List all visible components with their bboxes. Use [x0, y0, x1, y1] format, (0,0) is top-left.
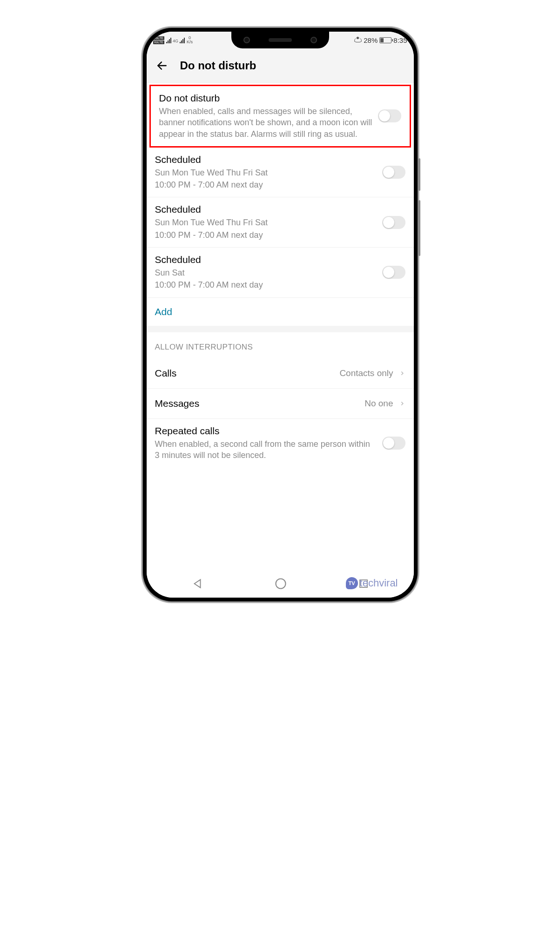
battery-percent: 28%: [364, 36, 378, 44]
scheduled-row[interactable]: Scheduled Sun Mon Tue Wed Thu Fri Sat 10…: [147, 148, 414, 198]
dnd-toggle[interactable]: [378, 109, 401, 122]
scheduled-toggle[interactable]: [382, 216, 405, 229]
settings-content: Do not disturb When enabled, calls and m…: [147, 83, 414, 570]
svg-marker-1: [194, 579, 200, 587]
back-arrow-icon: [156, 60, 168, 72]
dnd-description: When enabled, calls and messages will be…: [159, 106, 372, 140]
interruptions-header: ALLOW INTERRUPTIONS: [147, 332, 414, 358]
front-camera: [310, 37, 317, 43]
watermark-text: techviral: [360, 577, 398, 589]
phone-screen: VoLTE VoLTE 4G 0 K/s 28% 8:35: [147, 32, 414, 598]
scheduled-row[interactable]: Scheduled Sun Mon Tue Wed Thu Fri Sat 10…: [147, 197, 414, 248]
status-right: 28% 8:35: [354, 36, 407, 44]
eye-comfort-icon: [354, 38, 362, 42]
scheduled-toggle[interactable]: [382, 166, 405, 179]
display-notch: [231, 32, 329, 48]
scheduled-days: Sun Mon Tue Wed Thu Fri Sat: [155, 217, 377, 228]
calls-value: Contacts only: [339, 368, 393, 378]
section-divider: [147, 326, 414, 332]
scheduled-time: 10:00 PM - 7:00 AM next day: [155, 179, 377, 190]
dnd-title: Do not disturb: [159, 93, 372, 104]
scheduled-days: Sun Mon Tue Wed Thu Fri Sat: [155, 167, 377, 178]
nav-back-icon[interactable]: [191, 578, 203, 590]
scheduled-time: 10:00 PM - 7:00 AM next day: [155, 279, 377, 290]
messages-value: No one: [364, 398, 393, 409]
repeated-description: When enabled, a second call from the sam…: [155, 438, 377, 461]
side-button: [418, 200, 420, 256]
clock: 8:35: [393, 36, 407, 44]
highlight-annotation: Do not disturb When enabled, calls and m…: [149, 85, 411, 148]
scheduled-title: Scheduled: [155, 204, 377, 215]
scheduled-row[interactable]: Scheduled Sun Sat 10:00 PM - 7:00 AM nex…: [147, 248, 414, 298]
scheduled-time: 10:00 PM - 7:00 AM next day: [155, 229, 377, 241]
back-button[interactable]: [155, 59, 169, 73]
page-title: Do not disturb: [180, 59, 256, 72]
svg-point-2: [276, 579, 285, 589]
messages-label: Messages: [155, 398, 359, 409]
volte-indicator: VoLTE VoLTE: [153, 36, 165, 44]
add-schedule-button[interactable]: Add: [147, 298, 414, 326]
front-camera: [243, 37, 250, 43]
earpiece-speaker: [269, 38, 292, 42]
scheduled-title: Scheduled: [155, 154, 377, 165]
repeated-title: Repeated calls: [155, 425, 377, 437]
watermark-badge-icon: TV: [346, 577, 358, 589]
app-header: Do not disturb: [147, 48, 414, 83]
scheduled-toggle[interactable]: [382, 266, 405, 279]
battery-icon: [379, 37, 391, 43]
phone-frame: VoLTE VoLTE 4G 0 K/s 28% 8:35: [143, 28, 418, 601]
signal-icon: 4G: [166, 37, 185, 43]
scheduled-days: Sun Sat: [155, 267, 377, 278]
status-left: VoLTE VoLTE 4G 0 K/s: [153, 36, 193, 44]
calls-label: Calls: [155, 368, 334, 379]
repeated-calls-toggle[interactable]: [382, 437, 405, 450]
data-speed: 0 K/s: [187, 36, 193, 44]
watermark: TV techviral: [346, 577, 398, 589]
chevron-right-icon: [399, 398, 405, 409]
dnd-master-row[interactable]: Do not disturb When enabled, calls and m…: [151, 86, 410, 146]
messages-row[interactable]: Messages No one: [147, 389, 414, 419]
side-button: [418, 158, 420, 191]
chevron-right-icon: [399, 368, 405, 378]
scheduled-title: Scheduled: [155, 254, 377, 265]
network-type: 4G: [173, 39, 178, 43]
calls-row[interactable]: Calls Contacts only: [147, 358, 414, 389]
nav-home-icon[interactable]: [274, 577, 287, 590]
repeated-calls-row[interactable]: Repeated calls When enabled, a second ca…: [147, 419, 414, 468]
